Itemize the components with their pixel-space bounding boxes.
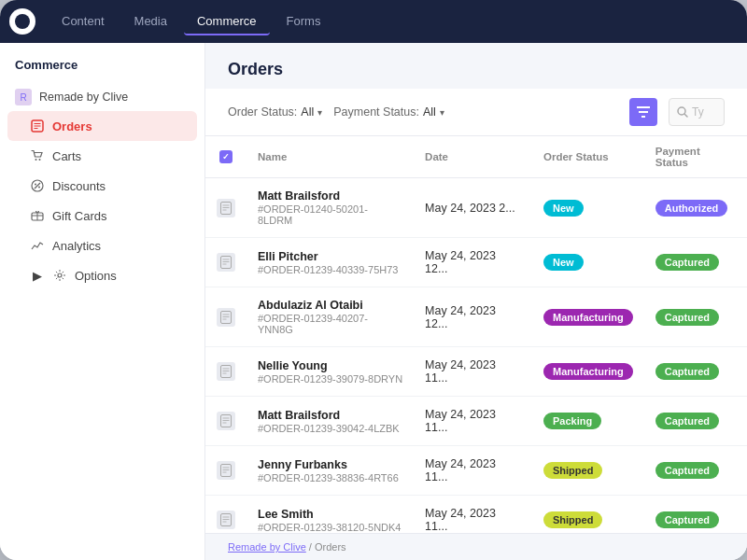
table-row[interactable]: Nellie Young #ORDER-01239-39079-8DRYN Ma…	[205, 347, 747, 397]
nav-media[interactable]: Media	[121, 8, 180, 35]
row-order-status: Shipped	[532, 496, 644, 534]
row-checkbox-cell	[205, 287, 247, 347]
sidebar-item-discounts-label: Discounts	[52, 179, 106, 193]
nav-content[interactable]: Content	[49, 8, 118, 35]
row-order-id: #ORDER-01239-38836-4RT66	[258, 472, 402, 483]
sidebar-item-analytics[interactable]: Analytics	[0, 231, 204, 260]
row-order-status: Shipped	[532, 446, 644, 496]
options-gear-icon	[52, 268, 67, 283]
payment-status-value: All	[423, 105, 436, 119]
row-order-status: New	[532, 178, 644, 238]
sidebar-item-analytics-label: Analytics	[52, 239, 101, 253]
row-checkbox-cell	[205, 446, 247, 496]
row-payment-status: Captured	[644, 347, 747, 397]
payment-status-badge: Captured	[655, 413, 719, 429]
order-status-label: Order Status:	[228, 105, 297, 119]
row-date: May 24, 2023 11...	[414, 496, 532, 534]
row-payment-status: Captured	[644, 446, 747, 496]
order-status-badge: Packing	[543, 413, 601, 429]
payment-status-badge: Captured	[655, 462, 719, 479]
sidebar-item-gift-cards[interactable]: Gift Cards	[0, 201, 204, 231]
table-row[interactable]: Abdulaziz Al Otaibi #ORDER-01239-40207-Y…	[205, 287, 747, 347]
order-doc-icon	[217, 308, 235, 327]
row-order-status: New	[532, 238, 644, 287]
sidebar-item-carts[interactable]: Carts	[0, 141, 204, 171]
breadcrumb-current: Orders	[315, 541, 346, 553]
logo-icon	[15, 14, 30, 29]
main-layout: Commerce R Remade by Clive Orders	[0, 43, 747, 560]
row-date: May 24, 2023 11...	[414, 347, 532, 397]
filter-bar: Order Status: All ▾ Payment Status: All …	[205, 89, 747, 136]
nav-commerce[interactable]: Commerce	[184, 8, 270, 35]
order-doc-icon	[217, 362, 235, 381]
order-status-badge: New	[543, 200, 584, 217]
order-status-filter[interactable]: Order Status: All ▾	[228, 105, 322, 119]
payment-status-badge: Authorized	[655, 200, 727, 217]
row-name-cell: Jenny Furbanks #ORDER-01239-38836-4RT66	[247, 446, 414, 496]
search-placeholder: Ty	[692, 105, 704, 119]
svg-rect-20	[221, 257, 232, 269]
row-customer-name: Matt Brailsford	[258, 409, 402, 422]
svg-rect-32	[221, 415, 232, 427]
col-date: Date	[414, 136, 532, 178]
sidebar-item-gift-cards-label: Gift Cards	[52, 209, 107, 223]
svg-line-15	[684, 114, 687, 117]
content-header: Orders	[205, 43, 747, 89]
select-all-checkbox[interactable]: ✓	[219, 150, 233, 163]
sidebar-store[interactable]: R Remade by Clive	[0, 83, 204, 111]
table-row[interactable]: Matt Brailsford #ORDER-01239-39042-4LZBK…	[205, 397, 747, 446]
breadcrumb-store-link[interactable]: Remade by Clive	[228, 541, 306, 553]
store-icon: R	[15, 89, 32, 105]
svg-rect-24	[221, 311, 232, 323]
row-customer-name: Lee Smith	[258, 508, 402, 521]
sidebar-item-discounts[interactable]: Discounts	[0, 171, 204, 201]
row-checkbox-cell	[205, 397, 247, 446]
app-logo	[9, 8, 35, 35]
table-row[interactable]: Jenny Furbanks #ORDER-01239-38836-4RT66 …	[205, 446, 747, 496]
search-input[interactable]: Ty	[669, 98, 725, 126]
order-status-badge: New	[543, 254, 584, 271]
payment-status-badge: Captured	[655, 511, 719, 528]
row-date: May 24, 2023 12...	[414, 287, 532, 347]
table-row[interactable]: Matt Brailsford #ORDER-01240-50201-8LDRM…	[205, 178, 747, 238]
svg-point-5	[39, 159, 41, 161]
filter-button[interactable]	[629, 98, 657, 126]
order-doc-icon	[217, 461, 235, 480]
row-order-id: #ORDER-01239-39042-4LZBK	[258, 423, 402, 434]
order-status-value: All	[301, 105, 314, 119]
row-customer-name: Jenny Furbanks	[258, 458, 402, 471]
top-nav-items: Content Media Commerce Forms	[49, 8, 333, 35]
svg-point-4	[35, 159, 37, 161]
chevron-right-icon: ▶	[30, 268, 45, 283]
order-doc-icon	[217, 199, 235, 217]
row-order-status: Manufacturing	[532, 287, 644, 347]
row-order-id: #ORDER-01239-39079-8DRYN	[258, 373, 402, 385]
row-payment-status: Captured	[644, 496, 747, 534]
row-order-id: #ORDER-01240-50201-8LDRM	[258, 203, 402, 226]
row-checkbox-cell	[205, 347, 247, 397]
payment-status-badge: Captured	[655, 254, 719, 271]
row-payment-status: Captured	[644, 397, 747, 446]
table-row[interactable]: Lee Smith #ORDER-01239-38120-5NDK4 May 2…	[205, 496, 747, 534]
top-nav: Content Media Commerce Forms	[0, 0, 747, 43]
nav-forms[interactable]: Forms	[274, 8, 334, 35]
sidebar-item-options[interactable]: ▶ Options	[0, 260, 204, 290]
sidebar-item-orders[interactable]: Orders	[7, 111, 197, 141]
svg-rect-36	[221, 465, 232, 477]
discounts-icon	[30, 178, 45, 193]
row-payment-status: Authorized	[644, 178, 747, 238]
orders-icon	[30, 119, 45, 133]
payment-status-chevron-icon: ▾	[440, 107, 444, 118]
sidebar-item-orders-label: Orders	[52, 119, 92, 133]
row-customer-name: Nellie Young	[258, 359, 402, 372]
row-order-id: #ORDER-01239-38120-5NDK4	[258, 522, 402, 533]
row-date: May 24, 2023 2...	[414, 178, 532, 238]
content-area: Orders Order Status: All ▾ Payment Statu…	[205, 43, 747, 560]
svg-rect-28	[221, 366, 232, 378]
svg-point-8	[35, 184, 36, 186]
payment-status-filter[interactable]: Payment Status: All ▾	[333, 105, 444, 119]
row-name-cell: Matt Brailsford #ORDER-01240-50201-8LDRM	[247, 178, 414, 238]
app-window: Content Media Commerce Forms Commerce R …	[0, 0, 747, 560]
order-status-badge: Shipped	[543, 462, 602, 479]
table-row[interactable]: Elli Pitcher #ORDER-01239-40339-75H73 Ma…	[205, 238, 747, 287]
